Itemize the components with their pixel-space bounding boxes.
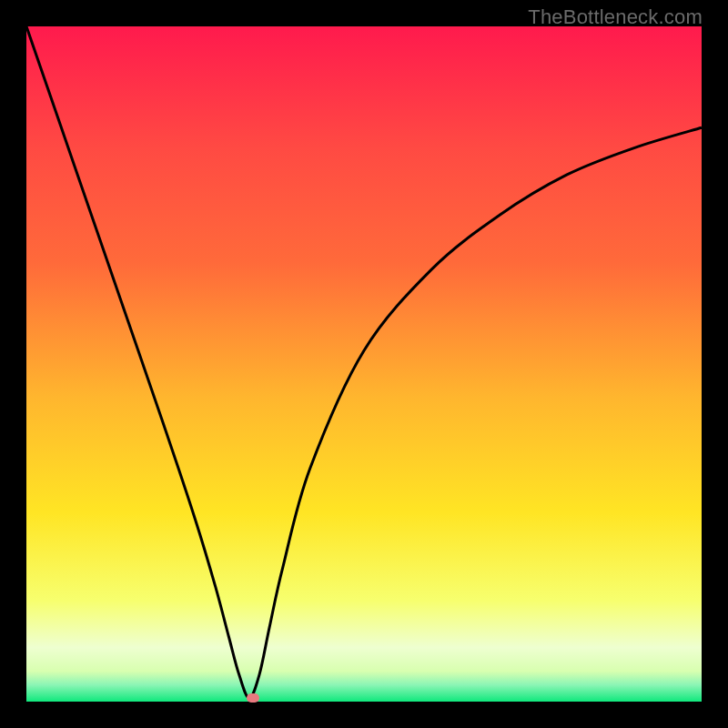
chart-frame [26, 26, 702, 702]
curve-layer [26, 26, 702, 702]
watermark-text: TheBottleneck.com [528, 5, 703, 29]
optimal-marker [247, 693, 259, 703]
bottleneck-curve [26, 26, 702, 698]
